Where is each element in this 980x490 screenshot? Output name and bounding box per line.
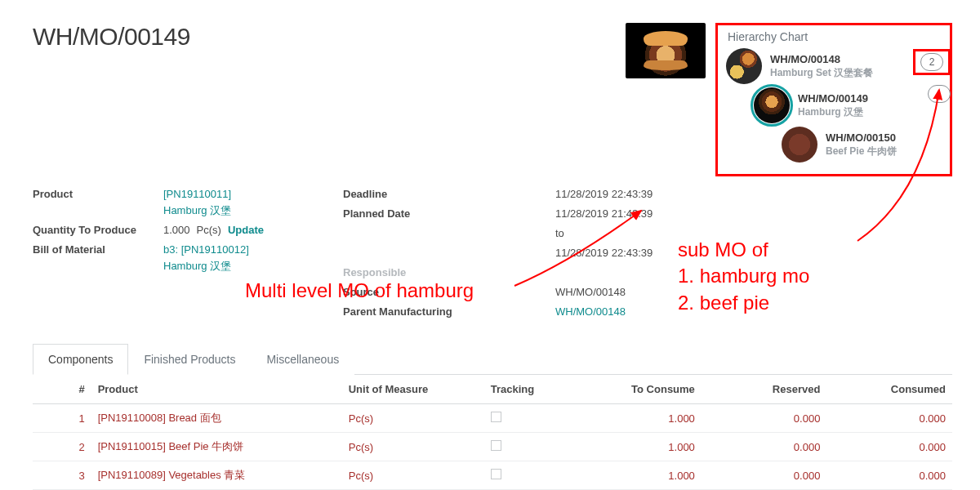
product-link[interactable]: Hamburg 汉堡 <box>163 204 231 216</box>
hierarchy-item-parent[interactable]: WH/MO/00148 Hamburg Set 汉堡套餐 <box>726 48 942 84</box>
table-row[interactable]: 3[PN19110089] Vegetables 青菜Pc(s)1.0000.0… <box>33 461 952 490</box>
col-uom: Unit of Measure <box>342 375 484 404</box>
stat-badge-other[interactable]: 1 <box>928 85 951 103</box>
cell-uom: Pc(s) <box>342 404 484 433</box>
update-qty-button[interactable]: Update <box>228 222 264 238</box>
planned-to-word: to <box>555 225 564 242</box>
cell-product[interactable]: [PN19110089] Vegetables 青菜 <box>91 461 342 490</box>
stat-badge-value: 1 <box>928 85 951 103</box>
order-details: Product [PN19110011] Hamburg 汉堡 Quantity… <box>33 183 952 323</box>
cell-reserved: 0.000 <box>702 461 827 490</box>
qty-label: Quantity To Produce <box>33 222 163 238</box>
table-row[interactable]: 2[PN19110015] Beef Pie 牛肉饼Pc(s)1.0000.00… <box>33 433 952 461</box>
product-image <box>626 23 706 78</box>
cell-consumed: 0.000 <box>826 433 952 461</box>
bom-link[interactable]: Hamburg 汉堡 <box>163 260 231 272</box>
hierarchy-product: Hamburg 汉堡 <box>798 106 868 118</box>
col-reserved: Reserved <box>702 375 827 404</box>
col-consumed: Consumed <box>826 375 952 404</box>
stat-badge-sub-mo[interactable]: 2 <box>913 49 951 75</box>
hamburg-set-icon <box>726 48 762 84</box>
hamburg-icon <box>754 87 790 123</box>
parent-mo-link[interactable]: WH/MO/00148 <box>555 304 626 320</box>
tab-miscellaneous[interactable]: Miscellaneous <box>251 344 354 375</box>
deadline-value: 11/28/2019 22:43:39 <box>555 186 653 203</box>
hierarchy-chart-title: Hierarchy Chart <box>728 30 942 43</box>
cell-product[interactable]: [PN19110015] Beef Pie 牛肉饼 <box>91 433 342 461</box>
hierarchy-item-child[interactable]: WH/MO/00150 Beef Pie 牛肉饼 <box>782 127 942 163</box>
deadline-label: Deadline <box>343 186 457 203</box>
stat-badge-value: 2 <box>920 53 943 71</box>
table-row[interactable]: 1[PN19110008] Bread 面包Pc(s)1.0000.0000.0… <box>33 404 952 433</box>
cell-consumed: 0.000 <box>826 461 952 490</box>
hierarchy-order: WH/MO/00148 <box>770 53 873 66</box>
responsible-label: Responsible <box>343 265 457 281</box>
hierarchy-product: Hamburg Set 汉堡套餐 <box>770 67 873 79</box>
cell-idx: 1 <box>33 404 91 433</box>
cell-idx: 2 <box>33 433 91 461</box>
bom-label: Bill of Material <box>33 242 163 274</box>
hierarchy-order: WH/MO/00150 <box>826 131 897 145</box>
cell-tracking[interactable] <box>484 433 577 461</box>
col-to-consume: To Consume <box>576 375 702 404</box>
cell-uom: Pc(s) <box>342 433 484 461</box>
cell-reserved: 0.000 <box>702 404 827 433</box>
product-label: Product <box>33 186 163 219</box>
qty-value: 1.000 <box>163 222 190 238</box>
cell-tracking[interactable] <box>484 404 577 433</box>
col-product: Product <box>91 375 342 404</box>
components-table: # Product Unit of Measure Tracking To Co… <box>33 375 952 490</box>
parent-mo-label: Parent Manufacturing <box>343 304 490 320</box>
hierarchy-order: WH/MO/00149 <box>798 92 868 105</box>
tab-finished-products[interactable]: Finished Products <box>128 344 251 375</box>
checkbox-icon[interactable] <box>491 440 501 451</box>
checkbox-icon[interactable] <box>491 412 501 422</box>
cell-consumed: 0.000 <box>826 404 952 433</box>
bom-link[interactable]: b3: [PN19110012] <box>163 243 249 256</box>
source-label: Source <box>343 284 457 301</box>
source-value: WH/MO/00148 <box>555 284 626 301</box>
cell-tracking[interactable] <box>484 461 577 490</box>
planned-date-label: Planned Date <box>343 206 457 222</box>
cell-uom: Pc(s) <box>342 461 484 490</box>
col-tracking: Tracking <box>484 375 577 404</box>
cell-reserved: 0.000 <box>702 433 827 461</box>
planned-to-value: 11/28/2019 22:43:39 <box>555 245 653 261</box>
qty-uom: Pc(s) <box>197 222 221 238</box>
cell-to-consume: 1.000 <box>576 404 702 433</box>
cell-idx: 3 <box>33 461 91 490</box>
cell-to-consume: 1.000 <box>576 461 702 490</box>
checkbox-icon[interactable] <box>491 469 501 479</box>
tab-bar: Components Finished Products Miscellaneo… <box>33 343 952 375</box>
cell-product[interactable]: [PN19110008] Bread 面包 <box>91 404 342 433</box>
planned-from-value: 11/28/2019 21:43:39 <box>555 206 653 222</box>
product-link[interactable]: [PN19110011] <box>163 188 231 200</box>
tab-components[interactable]: Components <box>33 344 128 375</box>
cell-to-consume: 1.000 <box>576 433 702 461</box>
col-idx: # <box>33 375 91 404</box>
page-title: WH/MO/00149 <box>33 23 190 51</box>
hierarchy-product: Beef Pie 牛肉饼 <box>826 145 897 158</box>
beef-pie-icon <box>782 127 817 163</box>
